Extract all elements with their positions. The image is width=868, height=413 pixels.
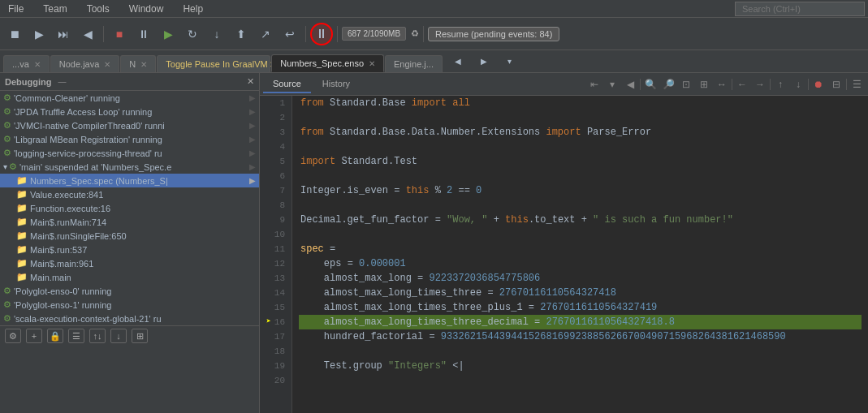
stack-frame-0[interactable]: 📁 Numbers_Spec.spec (Numbers_S| ▶ [0,174,259,187]
thread-more-4: ▶ [249,135,256,144]
tab-n-close[interactable]: ✕ [140,60,147,69]
separator-4 [423,26,424,42]
toolbar-btn-6[interactable]: ⬆ [230,23,253,45]
debug-header: Debugging — ✕ [0,73,259,91]
code-line-9: Decimal.get_fun_factor = "Wow, " + this.… [299,213,862,227]
toolbar-btn-pause[interactable]: ⏸ [132,23,155,45]
code-area[interactable]: 1 2 3 4 5 6 7 8 9 10 11 12 13 14 15 ➤ 16… [260,96,868,413]
toolbar-btn-5[interactable]: ↓ [205,23,228,45]
editor-btn-3[interactable]: ⊡ [678,76,694,92]
toolbar-btn-resume-green[interactable]: ▶ [157,23,179,45]
menu-help[interactable]: Help [178,2,208,16]
panel-btn-7[interactable]: ⊞ [132,329,148,343]
tab-prev-btn[interactable]: ◀ [447,50,469,72]
thread-polyglot-1[interactable]: ⚙ 'Polyglot-enso-1' running [0,298,259,312]
panel-btn-2[interactable]: + [26,329,42,343]
stack-frame-2[interactable]: 📁 Function.execute:16 [0,201,259,215]
tab-nodejava-close[interactable]: ✕ [104,60,110,69]
thread-libgraal[interactable]: ⚙ 'Libgraal MBean Registration' running … [0,132,259,146]
line-num-17: 17 [263,329,285,344]
tab-va-close[interactable]: ✕ [34,60,41,69]
stack-frame-label-4: Main$.runSingleFile:650 [30,231,127,241]
menu-window[interactable]: Window [124,2,169,16]
editor-btn-8[interactable]: ⊟ [828,76,844,92]
toolbar-btn-graalvm-pause[interactable]: ⏸ [310,23,333,45]
tab-numbers-spec[interactable]: Numbers_Spec.enso ✕ [271,54,384,72]
tab-engine[interactable]: Engine.j... [385,55,443,72]
editor-btn-2[interactable]: ◀ [622,76,638,92]
tab-dropdown-btn[interactable]: ▾ [499,50,521,72]
tab-numbers-spec-close[interactable]: ✕ [369,59,375,68]
stack-frame-6[interactable]: 📁 Main$.main:961 [0,256,259,270]
tab-n[interactable]: N ✕ [120,55,156,72]
editor-btn-7[interactable]: ↓ [790,76,806,92]
editor-btn-9[interactable]: ☰ [849,76,865,92]
panel-btn-5[interactable]: ↑↓ [89,329,106,343]
toolbar-btn-run[interactable]: ▶ [28,23,50,45]
stack-frame-5[interactable]: 📁 Main$.run:537 [0,243,259,256]
editor-btn-4[interactable]: ⊞ [696,76,712,92]
tab-nodejava[interactable]: Node.java ✕ [50,55,120,72]
editor-btn-dropdown[interactable]: ▾ [604,76,620,92]
editor-btn-zoom-in[interactable]: 🔎 [660,76,676,92]
editor-btn-zoom-out[interactable]: 🔍 [642,76,659,92]
line-num-3: 3 [263,125,285,140]
folder-icon-3: 📁 [16,217,28,227]
tab-next-btn[interactable]: ▶ [473,50,495,72]
tab-history[interactable]: History [313,75,360,93]
thread-label-2: 'JPDA Truffle Access Loop' running [14,107,152,117]
thread-polyglot-0[interactable]: ⚙ 'Polyglot-enso-0' running [0,284,259,298]
stack-frame-7[interactable]: 📁 Main.main [0,270,259,284]
thread-scala[interactable]: ⚙ 'scala-execution-context-global-21' ru [0,312,259,325]
tab-toggle-pause[interactable]: Toggle Pause In GraalVM Script [157,55,270,72]
stack-frame-label-0: Numbers_Spec.spec (Numbers_S| [30,176,168,186]
code-line-20 [299,373,862,388]
resume-button[interactable]: Resume (pending events: 84) [428,27,559,41]
thread-logging[interactable]: ⚙ 'logging-service-processing-thread' ru… [0,146,259,160]
debug-close[interactable]: ✕ [247,76,254,87]
toolbar-btn-1[interactable]: ⏹ [3,23,26,45]
stack-frame-4[interactable]: 📁 Main$.runSingleFile:650 [0,229,259,243]
stack-frame-3[interactable]: 📁 Main$.runMain:714 [0,215,259,229]
folder-icon-2: 📁 [16,203,28,213]
editor-btn-record[interactable]: ⏺ [810,76,827,92]
menu-file[interactable]: File [3,2,28,16]
toolbar-btn-4[interactable]: ↻ [181,23,204,45]
toolbar-btn-3[interactable]: ◀ [76,23,99,45]
line-num-19: 19 [263,359,285,373]
search-input[interactable] [735,2,865,16]
editor-btn-5[interactable]: ↔ [714,76,730,92]
editor-btn-1[interactable]: ⇤ [586,76,602,92]
thread-main-suspended[interactable]: ▾ ⚙ 'main' suspended at 'Numbers_Spec.e … [0,160,259,174]
toolbar: ⏹ ▶ ⏭ ◀ ■ ⏸ ▶ ↻ ↓ ⬆ ↗ ↩ ⏸ 687 2/1090MB ♻… [0,18,868,50]
panel-btn-3[interactable]: 🔒 [47,329,63,343]
editor-sep2 [732,79,732,90]
gear-icon-4: ⚙ [3,134,11,144]
editor-btn-back[interactable]: ← [734,76,750,92]
stack-frame-1[interactable]: 📁 Value.execute:841 [0,187,259,201]
tab-source[interactable]: Source [263,75,311,93]
line-num-1: 1 [263,96,285,110]
debug-title: Debugging [5,77,51,87]
code-line-10 [299,227,862,242]
gc-icon[interactable]: ♻ [411,28,419,39]
panel-btn-1[interactable]: ⚙ [5,329,21,343]
toolbar-btn-stop[interactable]: ■ [108,23,131,45]
thread-jvmci[interactable]: ⚙ 'JVMCI-native CompilerThread0' runni ▶ [0,118,259,132]
thread-main-chevron: ▾ [3,162,7,171]
tab-va[interactable]: ...va ✕ [3,55,50,72]
thread-jpda[interactable]: ⚙ 'JPDA Truffle Access Loop' running ▶ [0,105,259,118]
thread-label-poly0: 'Polyglot-enso-0' running [14,286,111,296]
menu-team[interactable]: Team [38,2,71,16]
thread-more-3: ▶ [249,121,256,130]
toolbar-btn-2[interactable]: ⏭ [52,23,75,45]
menu-tools[interactable]: Tools [82,2,114,16]
thread-common-cleaner[interactable]: ⚙ 'Common-Cleaner' running ▶ [0,91,259,105]
panel-btn-6[interactable]: ↓ [110,329,127,343]
debug-minus[interactable]: — [58,77,66,86]
editor-btn-6[interactable]: ↑ [772,76,788,92]
panel-btn-4[interactable]: ☰ [68,329,84,343]
toolbar-btn-8[interactable]: ↩ [279,23,301,45]
editor-btn-forward[interactable]: → [752,76,768,92]
toolbar-btn-7[interactable]: ↗ [254,23,277,45]
